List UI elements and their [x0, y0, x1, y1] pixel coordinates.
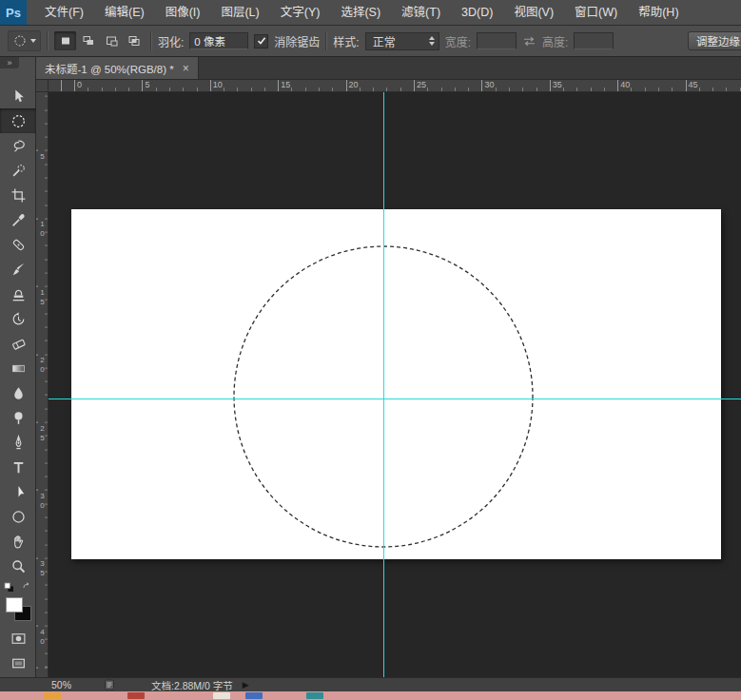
history-brush-tool[interactable] [0, 306, 36, 331]
menu-3d[interactable]: 3D(D) [451, 0, 503, 25]
taskbar-icon[interactable] [127, 692, 145, 699]
v-ruler-number: 30 [38, 492, 47, 511]
photoshop-window: Ps 文件(F)编辑(E)图像(I)图层(L)文字(Y)选择(S)滤镜(T)3D… [0, 0, 741, 700]
h-ruler-number: 45 [689, 80, 698, 89]
crop-tool[interactable] [0, 183, 36, 207]
h-ruler-number: 35 [553, 80, 562, 89]
vertical-ruler[interactable]: 510152025303540 [36, 92, 49, 677]
feather-input[interactable] [189, 32, 248, 49]
path-selection-tool-icon [10, 484, 27, 500]
menu-edit[interactable]: 编辑(E) [94, 0, 155, 25]
style-select[interactable]: 正常 [365, 32, 439, 50]
feather-label: 羽化: [158, 33, 184, 49]
clone-stamp-tool[interactable] [0, 282, 36, 306]
zoom-level-field[interactable]: 50% [51, 679, 71, 690]
eyedropper-tool[interactable] [0, 207, 36, 232]
quick-selection-tool-icon [10, 163, 27, 179]
horizontal-guide[interactable] [49, 399, 741, 399]
swap-colors-icon[interactable] [22, 582, 32, 593]
brush-tool-icon [10, 262, 27, 278]
clone-stamp-tool-icon [10, 286, 27, 302]
taskbar-icon[interactable] [44, 692, 61, 699]
selection-mode-subtract[interactable] [100, 31, 122, 50]
tool-panel: » [0, 57, 36, 677]
path-selection-tool[interactable] [0, 479, 36, 504]
document-status-icon [104, 679, 115, 690]
screen-mode-button[interactable] [0, 651, 36, 675]
ellipse-shape-tool-icon [10, 509, 27, 525]
tab-close-icon[interactable]: × [183, 64, 189, 73]
menu-help[interactable]: 帮助(H) [628, 0, 689, 25]
menu-view[interactable]: 视图(V) [503, 0, 564, 25]
pen-tool[interactable] [0, 430, 36, 455]
ellipse-shape-tool[interactable] [0, 504, 36, 529]
menu-window[interactable]: 窗口(W) [564, 0, 628, 25]
windows-taskbar-sliver [0, 691, 741, 700]
menu-file[interactable]: 文件(F) [34, 0, 94, 25]
menu-layer[interactable]: 图层(L) [210, 0, 269, 25]
type-tool[interactable] [0, 455, 36, 479]
foreground-color-swatch[interactable] [6, 597, 23, 612]
document-info[interactable]: 文档:2.88M/0 字节 [151, 678, 233, 692]
ps-logo[interactable]: Ps [0, 0, 27, 25]
quick-selection-tool[interactable] [0, 158, 36, 183]
tool-preset-picker[interactable] [8, 30, 41, 51]
canvas-area[interactable] [49, 92, 741, 677]
blur-tool[interactable] [0, 380, 36, 405]
document-tab[interactable]: 未标题-1 @ 50%(RGB/8) * × [36, 57, 199, 79]
divider [150, 31, 152, 50]
horizontal-ruler[interactable]: 051015202530354045 [49, 80, 741, 92]
refine-edge-button[interactable]: 调整边缘... [688, 31, 741, 50]
status-expand-icon[interactable]: ▶ [243, 680, 249, 690]
quick-mask-button[interactable] [0, 626, 36, 651]
eraser-tool[interactable] [0, 331, 36, 356]
selection-mode-group [54, 31, 145, 50]
swap-dimensions-icon[interactable] [522, 36, 536, 47]
status-bar: 50% 文档:2.88M/0 字节 ▶ [0, 677, 741, 691]
menu-image[interactable]: 图像(I) [155, 0, 211, 25]
style-value: 正常 [373, 33, 396, 49]
options-bar: 羽化: 消除锯齿 样式: 正常 宽度: 高度: 调整边缘... [0, 26, 741, 57]
document-canvas[interactable] [71, 209, 721, 559]
add-selection-icon [82, 34, 95, 48]
taskbar-icon[interactable] [306, 692, 323, 699]
v-ruler-number: 25 [38, 424, 47, 443]
divider [325, 31, 327, 50]
color-swatches [0, 595, 36, 626]
move-tool[interactable] [0, 84, 36, 108]
height-label: 高度: [542, 33, 568, 49]
elliptical-marquee-tool[interactable] [0, 108, 36, 133]
menu-type[interactable]: 文字(Y) [270, 0, 331, 25]
gradient-tool[interactable] [0, 356, 36, 380]
document-tab-bar: 未标题-1 @ 50%(RGB/8) * × [36, 57, 741, 80]
divider [47, 31, 49, 50]
width-label: 宽度: [445, 33, 471, 49]
selection-mode-new[interactable] [54, 31, 76, 50]
selection-mode-intersect[interactable] [123, 31, 145, 50]
hand-tool[interactable] [0, 529, 36, 554]
move-tool-icon [10, 88, 27, 105]
v-ruler-number: 40 [38, 628, 47, 647]
taskbar-icon[interactable] [245, 692, 263, 699]
dodge-tool[interactable] [0, 405, 36, 430]
antialias-checkbox[interactable] [254, 34, 268, 49]
vertical-guide[interactable] [383, 92, 384, 677]
menu-filter[interactable]: 滤镜(T) [391, 0, 451, 25]
lasso-tool[interactable] [0, 133, 36, 158]
zoom-tool[interactable] [0, 554, 36, 578]
history-brush-tool-icon [10, 311, 27, 327]
menu-select[interactable]: 选择(S) [330, 0, 391, 25]
dropdown-caret-icon [30, 39, 36, 43]
brush-tool[interactable] [0, 257, 36, 282]
default-colors-icon[interactable] [4, 582, 14, 593]
v-ruler-number: 10 [38, 220, 47, 239]
menu-items: 文件(F)编辑(E)图像(I)图层(L)文字(Y)选择(S)滤镜(T)3D(D)… [27, 0, 690, 25]
taskbar-icon[interactable] [213, 692, 230, 699]
width-input[interactable] [477, 32, 517, 49]
ruler-corner[interactable] [36, 80, 49, 92]
spot-healing-brush-tool[interactable] [0, 232, 36, 257]
collapse-panel-button[interactable]: » [0, 57, 19, 68]
dodge-tool-icon [10, 410, 27, 426]
selection-mode-add[interactable] [77, 31, 99, 50]
height-input[interactable] [574, 32, 614, 49]
